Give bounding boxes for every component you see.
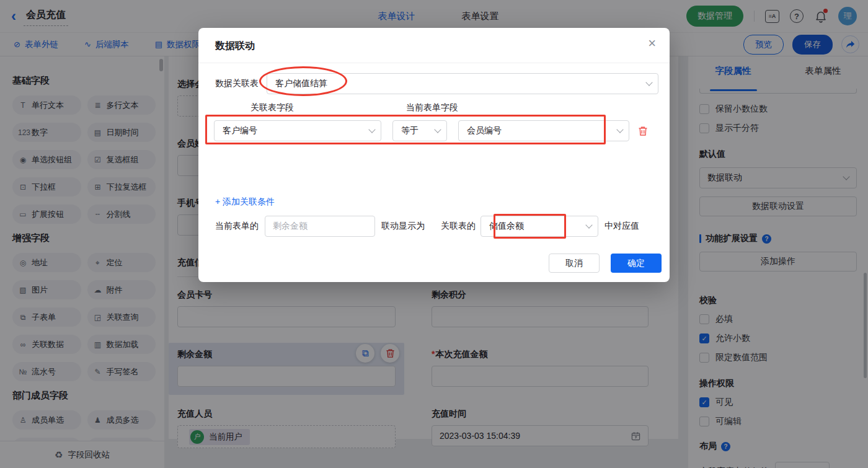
modal-title: 数据联动 — [215, 40, 255, 53]
col-header-current-field: 当前表单字段 — [406, 102, 458, 113]
current-field-select[interactable]: 会员编号 — [458, 120, 629, 141]
chevron-down-icon — [585, 221, 592, 228]
form-designer-app: ‹ 会员充值 表单设计 表单设置 数据管理 ≡A ? 理 ⊘ 表单外链 — [0, 0, 868, 468]
trash-icon — [638, 126, 648, 136]
map-middle-label: 联动显示为 — [381, 221, 425, 232]
relation-table-select[interactable]: 客户储值结算 — [267, 73, 658, 94]
chevron-down-icon — [368, 126, 375, 133]
add-condition-link[interactable]: + 添加关联条件 — [215, 196, 275, 208]
map-of-table-label: 关联表的 — [441, 221, 476, 232]
relation-table-row: 数据关联表 客户储值结算 — [215, 73, 658, 94]
confirm-button[interactable]: 确定 — [611, 254, 662, 273]
relation-table-label: 数据关联表 — [215, 78, 259, 89]
data-linkage-modal: 数据联动 × 数据关联表 客户储值结算 关联表字段 当前表单字段 客户编号 等于… — [198, 28, 670, 282]
operator-select[interactable]: 等于 — [392, 120, 447, 141]
chevron-down-icon — [645, 79, 652, 86]
condition-row: 客户编号 等于 会员编号 — [214, 120, 648, 141]
chevron-down-icon — [616, 126, 623, 133]
modal-buttons: 取消 确定 — [549, 254, 662, 273]
chevron-down-icon — [434, 126, 441, 133]
map-suffix-label: 中对应值 — [604, 221, 639, 232]
cancel-button[interactable]: 取消 — [549, 254, 600, 273]
close-icon[interactable]: × — [648, 37, 656, 50]
modal-header-divider — [198, 63, 670, 63]
col-header-relation-field: 关联表字段 — [250, 102, 294, 113]
relation-field-select[interactable]: 客户编号 — [214, 120, 381, 141]
map-prefix-label: 当前表单的 — [215, 221, 259, 232]
self-field-input[interactable]: 剩余金额 — [265, 216, 375, 237]
source-field-select[interactable]: 储值余额 — [480, 216, 598, 237]
delete-condition-button[interactable] — [638, 126, 648, 136]
mapping-row: 当前表单的 剩余金额 联动显示为 关联表的 储值余额 中对应值 — [215, 216, 639, 237]
